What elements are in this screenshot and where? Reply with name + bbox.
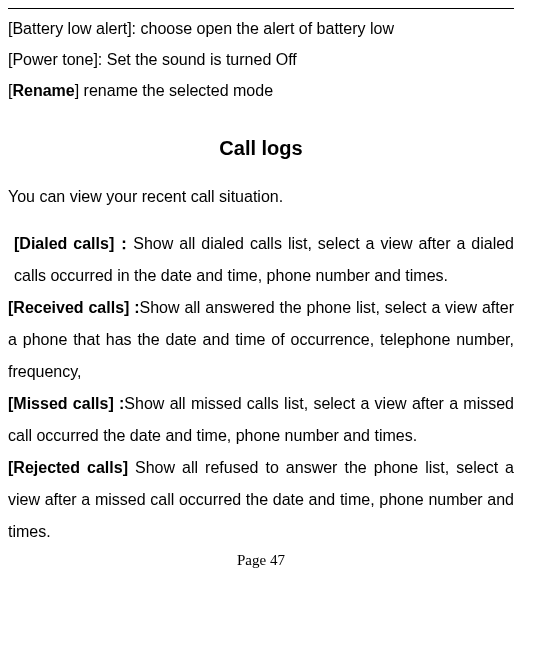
- battery-low-desc: choose open the alert of battery low: [136, 20, 394, 37]
- rename-desc: rename the selected mode: [79, 82, 273, 99]
- battery-low-label: [Battery low alert]:: [8, 20, 136, 37]
- option-power-tone: [Power tone]: Set the sound is turned Of…: [8, 46, 514, 75]
- received-calls-section: [Received calls] :Show all answered the …: [8, 292, 514, 388]
- missed-calls-label: [Missed calls] :: [8, 395, 124, 412]
- dialed-calls-label: [Dialed calls]：: [14, 235, 133, 252]
- option-battery-low: [Battery low alert]: choose open the ale…: [8, 15, 514, 44]
- rejected-calls-label: [Rejected calls]: [8, 459, 135, 476]
- page-number: Page 47: [8, 552, 514, 569]
- received-calls-label: [Received calls] :: [8, 299, 140, 316]
- missed-calls-section: [Missed calls] :Show all missed calls li…: [8, 388, 514, 452]
- rejected-calls-section: [Rejected calls] Show all refused to ans…: [8, 452, 514, 548]
- power-tone-label: [Power tone]:: [8, 51, 102, 68]
- power-tone-desc: Set the sound is turned Off: [102, 51, 297, 68]
- rename-name: Rename: [12, 82, 74, 99]
- option-rename: [Rename] rename the selected mode: [8, 77, 514, 106]
- dialed-calls-section: [Dialed calls]：Show all dialed calls lis…: [14, 228, 514, 292]
- call-logs-heading: Call logs: [8, 137, 514, 160]
- top-rule: [8, 8, 514, 9]
- intro-text: You can view your recent call situation.: [8, 184, 514, 210]
